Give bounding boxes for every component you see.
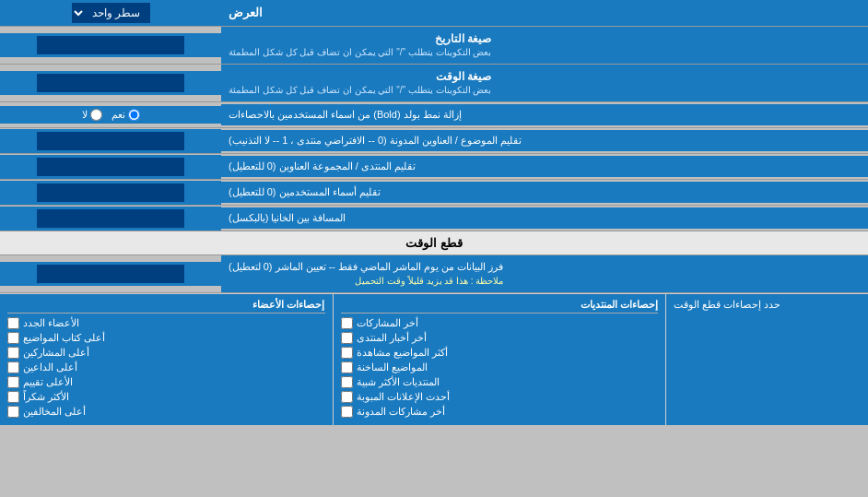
cb-top-writers[interactable]	[7, 332, 19, 344]
cb-top-violators[interactable]	[7, 406, 19, 418]
cutoff-days-input[interactable]: 0	[37, 265, 184, 283]
date-format-label: صيغة التاريخ بعض التكوينات يتطلب "/" الت…	[221, 27, 868, 64]
display-dropdown[interactable]: سطر واحد سطرين ثلاثة أسطر	[72, 3, 150, 23]
cb-top-violators-label[interactable]: أعلى المخالفين	[23, 406, 86, 418]
cb-forum-news[interactable]	[341, 332, 353, 344]
members-checkboxes-col: إحصاءات الأعضاء الأعضاء الجدد أعلى كتاب …	[0, 294, 333, 425]
bold-yes-label[interactable]: نعم	[111, 109, 140, 121]
checkboxes-section: حدد إحصاءات قطع الوقت إحصاءات المنتديات …	[0, 293, 868, 425]
user-trim-input-cell: 0	[0, 181, 221, 205]
cb-new-members[interactable]	[7, 317, 19, 329]
cb-most-viewed-label[interactable]: أكثر المواضيع مشاهدة	[357, 347, 448, 359]
cb-forum-news-label[interactable]: أخر أخبار المنتدى	[357, 332, 427, 344]
bold-yes-radio[interactable]	[128, 109, 140, 121]
list-item: أعلى كتاب المواضيع	[7, 332, 325, 344]
cb-top-rated-label[interactable]: الأعلى تقييم	[23, 376, 73, 388]
list-item: الأعلى تقييم	[7, 376, 325, 388]
user-trim-input[interactable]: 0	[37, 183, 184, 202]
list-item: أعلى الداعين	[7, 361, 325, 373]
cb-top-inviters-label[interactable]: أعلى الداعين	[23, 361, 77, 373]
user-trim-label: تقليم أسماء المستخدمين (0 للتعطيل)	[221, 182, 868, 203]
cb-hot-topics[interactable]	[341, 361, 353, 373]
date-format-input-cell: d-m	[0, 33, 221, 57]
time-format-label: صيغة الوقت بعض التكوينات يتطلب "/" التي …	[221, 65, 868, 101]
cb-hot-topics-label[interactable]: المواضيع الساخنة	[357, 361, 428, 373]
topic-trim-input-cell: 33	[0, 129, 221, 153]
list-item: المواضيع الساخنة	[341, 361, 659, 373]
list-item: أحدث الإعلانات المبوبة	[341, 391, 659, 403]
cb-blog-posts-label[interactable]: أخر مشاركات المدونة	[357, 406, 445, 418]
bold-no-label[interactable]: لا	[82, 109, 102, 121]
cb-last-posts-label[interactable]: أخر المشاركات	[357, 317, 418, 329]
topic-trim-label: تقليم الموضوع / العناوين المدونة (0 -- ا…	[221, 130, 868, 151]
list-item: أعلى المخالفين	[7, 406, 325, 418]
cutoff-days-label: فرز البيانات من يوم الماشر الماضي فقط --…	[221, 255, 868, 292]
bold-no-radio[interactable]	[90, 109, 102, 121]
time-format-input-cell: H:i	[0, 71, 221, 95]
cb-most-similar[interactable]	[341, 376, 353, 388]
forum-trim-label: تقليم المنتدى / المجموعة العناوين (0 للت…	[221, 156, 868, 177]
forum-trim-input[interactable]: 33	[37, 158, 184, 176]
cb-blog-posts[interactable]	[341, 406, 353, 418]
cb-top-inviters[interactable]	[7, 361, 19, 373]
display-dropdown-cell: سطر واحد سطرين ثلاثة أسطر	[0, 0, 221, 26]
topic-trim-input[interactable]: 33	[37, 132, 184, 150]
cb-latest-ads[interactable]	[341, 391, 353, 403]
cb-new-members-label[interactable]: الأعضاء الجدد	[23, 317, 79, 329]
cutoff-days-input-cell: 0	[0, 262, 221, 286]
list-item: أكثر المواضيع مشاهدة	[341, 347, 659, 359]
list-item: المنتديات الأكثر شبية	[341, 376, 659, 388]
list-item: الأعضاء الجدد	[7, 317, 325, 329]
cb-most-viewed[interactable]	[341, 347, 353, 359]
forum-trim-input-cell: 33	[0, 155, 221, 179]
cb-top-participants[interactable]	[7, 347, 19, 359]
cb-most-thanked[interactable]	[7, 391, 19, 403]
cb-top-rated[interactable]	[7, 376, 19, 388]
gap-input-cell: 2	[0, 207, 221, 231]
cb-top-participants-label[interactable]: أعلى المشاركين	[23, 347, 89, 359]
gap-label: المسافة بين الخانيا (بالبكسل)	[221, 207, 868, 229]
checkboxes-section-label: حدد إحصاءات قطع الوقت	[665, 294, 868, 425]
forums-checkboxes-col: إحصاءات المنتديات أخر المشاركات أخر أخبا…	[333, 294, 666, 425]
cb-most-similar-label[interactable]: المنتديات الأكثر شبية	[357, 376, 440, 388]
cb-latest-ads-label[interactable]: أحدث الإعلانات المبوبة	[357, 391, 450, 403]
members-col-header: إحصاءات الأعضاء	[7, 299, 325, 314]
list-item: أخر مشاركات المدونة	[341, 406, 659, 418]
forums-col-header: إحصاءات المنتديات	[341, 299, 659, 314]
list-item: أخر أخبار المنتدى	[341, 332, 659, 344]
list-item: أعلى المشاركين	[7, 347, 325, 359]
list-item: أخر المشاركات	[341, 317, 659, 329]
cutoff-section-header: قطع الوقت	[0, 231, 868, 255]
cb-last-posts[interactable]	[341, 317, 353, 329]
date-format-input[interactable]: d-m	[37, 36, 184, 54]
cb-most-thanked-label[interactable]: الأكثر شكراً	[23, 391, 69, 403]
bold-remove-label: إزالة نمط بولد (Bold) من اسماء المستخدمي…	[221, 104, 868, 125]
list-item: الأكثر شكراً	[7, 391, 325, 403]
time-format-input[interactable]: H:i	[37, 74, 184, 92]
cb-top-writers-label[interactable]: أعلى كتاب المواضيع	[23, 332, 105, 344]
page-title: العرض	[221, 1, 868, 25]
bold-remove-options: نعم لا	[0, 106, 221, 124]
gap-input[interactable]: 2	[37, 209, 184, 228]
